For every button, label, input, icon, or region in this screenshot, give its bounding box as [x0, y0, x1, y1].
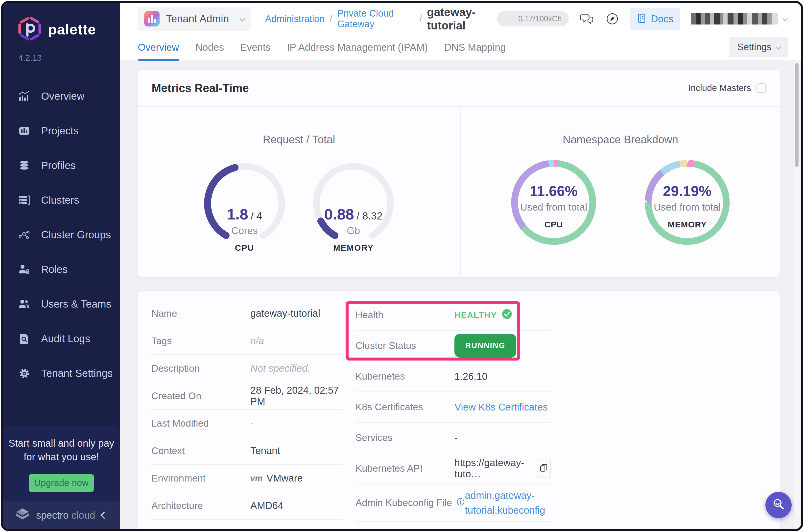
scope-selector[interactable]: Tenant Admin — [138, 7, 251, 31]
tab-events[interactable]: Events — [240, 34, 270, 60]
detail-row-agent-version: Agent Version 1.0.5/… — [356, 522, 551, 529]
tab-ip-address-management-ipam[interactable]: IP Address Management (IPAM) — [287, 34, 428, 60]
scrollbar-track[interactable] — [794, 61, 800, 528]
include-masters-checkbox[interactable] — [757, 83, 766, 93]
detail-value: vmVMware — [250, 473, 303, 484]
info-icon[interactable] — [456, 497, 465, 508]
sidebar-item-clusters[interactable]: Clusters — [3, 183, 120, 217]
settings-button[interactable]: Settings — [730, 37, 788, 57]
upgrade-now-button[interactable]: Upgrade now — [29, 474, 94, 492]
detail-label: Services — [356, 432, 455, 443]
detail-value: https://gateway-tuto… — [455, 457, 537, 479]
metrics-header: Metrics Real-Time Include Masters — [138, 70, 780, 107]
tab-dns-mapping[interactable]: DNS Mapping — [444, 34, 506, 60]
gauge-unit: Cores — [200, 225, 289, 236]
detail-label: Description — [151, 363, 250, 374]
detail-value: 1.26.10 — [455, 371, 487, 382]
collapse-sidebar-icon[interactable] — [100, 511, 108, 519]
docs-button[interactable]: Docs — [630, 8, 680, 30]
compass-icon[interactable] — [605, 12, 619, 26]
breadcrumb-link-administration[interactable]: Administration — [265, 14, 325, 24]
book-icon — [636, 13, 647, 24]
detail-label: Kubernetes API — [356, 463, 455, 474]
gauge-memory: 0.88/ 8.32 Gb MEMORY — [309, 159, 398, 258]
search-fab-button[interactable] — [765, 492, 792, 518]
palette-logo: palette — [18, 16, 120, 42]
detail-row-description: Description Not specified. — [151, 355, 343, 382]
breadcrumb-link-private-cloud-gateway[interactable]: Private Cloud Gateway — [337, 8, 414, 30]
sidebar-item-tenant-settings[interactable]: Tenant Settings — [3, 356, 120, 391]
tab-nodes[interactable]: Nodes — [195, 34, 224, 60]
sidebar: palette 4.2.13 Overview Projects Profile… — [3, 3, 120, 529]
gauge-cpu: 1.8/ 4 Cores CPU — [200, 159, 289, 258]
detail-row-k8s-certificates: K8s Certificates View K8s Certificates — [356, 392, 551, 423]
detail-label: Name — [151, 308, 250, 319]
sidebar-item-users-teams[interactable]: Users & Teams — [3, 287, 120, 321]
chat-icon[interactable] — [580, 12, 594, 26]
sidebar-item-audit-logs[interactable]: Audit Logs — [3, 321, 120, 356]
sidebar-item-roles[interactable]: Roles — [3, 252, 120, 287]
breadcrumb-separator: / — [329, 13, 332, 24]
detail-label: Context — [151, 445, 250, 456]
projects-icon — [18, 125, 34, 137]
app-version: 4.2.13 — [18, 53, 120, 63]
detail-row-last-modified: Last Modified - — [151, 410, 343, 437]
upgrade-promo: Start small and only pay for what you us… — [3, 425, 120, 501]
copy-icon — [539, 463, 549, 474]
sidebar-item-cluster-groups[interactable]: Cluster Groups — [3, 217, 120, 252]
gauge-name: MEMORY — [309, 243, 398, 253]
donut-caption: Used from total — [510, 202, 597, 213]
sidebar-item-overview[interactable]: Overview — [3, 79, 120, 114]
spectro-cloud-logo-icon — [15, 507, 30, 523]
page-content: Metrics Real-Time Include Masters Reques… — [120, 60, 801, 529]
tabs-bar: OverviewNodesEventsIP Address Management… — [120, 35, 801, 60]
tenant-admin-icon — [144, 11, 159, 26]
detail-link[interactable]: View K8s Certificates — [455, 400, 548, 415]
user-menu-chevron-icon[interactable] — [783, 16, 788, 22]
sidebar-footer: spectro cloud — [3, 501, 120, 529]
check-circle-icon — [501, 308, 512, 321]
copy-button[interactable] — [537, 459, 551, 478]
detail-row-environment: Environment vmVMware — [151, 465, 343, 492]
user-name-redacted[interactable] — [691, 13, 778, 24]
donut-percent: 11.66% — [510, 183, 597, 199]
donut-memory: 29.19% Used from total MEMORY — [644, 159, 730, 246]
sidebar-item-label: Audit Logs — [41, 333, 90, 345]
detail-row-context: Context Tenant — [151, 437, 343, 465]
donut-overlay: 29.19% Used from total MEMORY — [644, 183, 730, 229]
request-total-panel: Request / Total 1.8/ 4 Cores CPU 0.88/ 8… — [138, 108, 461, 277]
gauge-name: CPU — [200, 243, 289, 253]
sidebar-item-profiles[interactable]: Profiles — [3, 148, 120, 183]
tab-overview[interactable]: Overview — [138, 34, 179, 60]
scrollbar-thumb[interactable] — [795, 63, 799, 167]
sidebar-item-label: Profiles — [41, 159, 76, 171]
namespace-breakdown-panel: Namespace Breakdown 11.66% Used from tot… — [461, 108, 780, 277]
profiles-icon — [18, 159, 34, 171]
sidebar-item-label: Tenant Settings — [41, 367, 113, 379]
detail-label: Last Modified — [151, 418, 250, 429]
sidebar-item-projects[interactable]: Projects — [3, 114, 120, 148]
gauge-value: 0.88/ 8.32 — [309, 205, 398, 223]
gauge-value: 1.8/ 4 — [200, 205, 289, 223]
detail-label: Admin Kubeconfig File — [356, 497, 465, 508]
sidebar-item-label: Overview — [41, 90, 84, 102]
detail-value: gateway-tutorial — [250, 308, 320, 319]
detail-label: Cluster Status — [356, 340, 455, 351]
audit-logs-icon — [18, 333, 34, 345]
main-area: Tenant Admin Administration /Private Clo… — [120, 3, 801, 529]
docs-label: Docs — [651, 13, 673, 24]
roles-icon — [18, 264, 34, 276]
details-card: Name gateway-tutorial Tags n/a Descripti… — [138, 291, 780, 529]
detail-value: Tenant — [250, 445, 280, 456]
detail-row-admin-kubeconfig-file: Admin Kubeconfig File admin.gateway-tuto… — [356, 484, 551, 522]
detail-row-services: Services - — [356, 423, 551, 453]
detail-row-tags: Tags n/a — [151, 327, 343, 355]
health-badge: HEALTHY — [455, 308, 512, 321]
details-right-column: Health HEALTHY Cluster Status RUNNING Ku… — [356, 300, 551, 529]
usage-pill: 0.17/100kCh — [497, 11, 569, 26]
detail-value: - — [455, 432, 458, 443]
sidebar-item-label: Users & Teams — [41, 298, 111, 310]
detail-link[interactable]: admin.gateway-tutorial.kubeconfig — [465, 488, 551, 518]
detail-value: 28 Feb, 2024, 02:57 PM — [250, 385, 343, 407]
settings-label: Settings — [738, 42, 771, 53]
